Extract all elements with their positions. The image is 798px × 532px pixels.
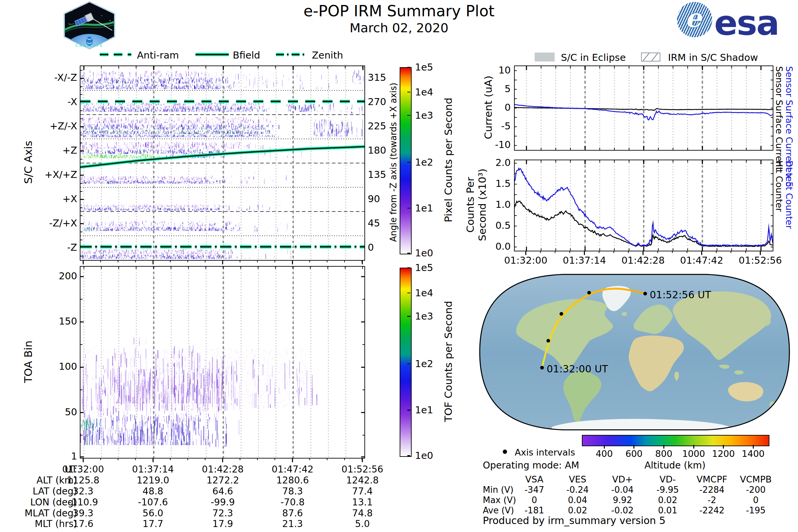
eph-cell-r4c3: 87.6 <box>263 508 323 518</box>
alt-tickmark-5 <box>753 445 754 449</box>
sensor-surface-current-label: Sensor Surface Current <box>774 66 784 171</box>
alt-tickmark-1 <box>633 445 634 449</box>
angle-tick-0: 315 <box>368 73 394 82</box>
cb-pixel-ticklabel-4: 1e1 <box>415 203 445 213</box>
angle-axis-label: Angle from -Z axis (towards +X axis) <box>388 83 398 242</box>
eph-cell-r5c3: 21.3 <box>263 519 323 529</box>
volt-cell-r0c5: -200 <box>733 485 779 495</box>
time-xtick-1: 01:37:14 <box>553 255 616 265</box>
eph-cell-r4c2: 72.3 <box>193 508 253 518</box>
eph-cell-r2c1: 48.8 <box>123 487 183 496</box>
current-plot-panel <box>514 65 773 151</box>
hit-counter-label: Hit Counter <box>774 160 784 212</box>
toa-ytick-2: 100 <box>33 361 77 372</box>
altitude-colorbar <box>582 435 770 446</box>
eph-cell-r3c3: -70.8 <box>263 497 323 507</box>
eph-cell-r4c0: 39.3 <box>53 508 113 518</box>
track-end-time-label: 01:52:56 UT <box>650 289 711 301</box>
eph-cell-r0c2: 01:42:28 <box>193 464 253 474</box>
time-xtick-4: 01:52:56 <box>729 255 792 265</box>
eph-cell-r1c4: 1242.8 <box>332 475 392 486</box>
alt-tickmark-0 <box>604 445 605 449</box>
cb-tof-tickmark-5 <box>407 455 410 456</box>
epop-irm-summary-figure: CASSIOPE e-POP IRM Summary Plot March 02… <box>0 0 798 532</box>
cb-pixel-ticklabel-3: 1e2 <box>415 157 445 167</box>
eph-cell-r2c2: 64.6 <box>193 487 253 496</box>
eph-cell-r0c3: 01:47:42 <box>263 464 323 474</box>
alt-tickmark-2 <box>663 445 664 449</box>
shadow-hatch-swatch-icon <box>641 53 660 61</box>
volt-cell-r0c3: -9.95 <box>644 485 691 495</box>
eph-cell-r5c1: 17.7 <box>123 519 183 529</box>
sc-axis-ylabel: S/C Axis <box>22 141 35 184</box>
tof-colorbar <box>400 268 412 457</box>
credit-line: Produced by irm_summary version 5 <box>483 515 665 526</box>
volt-colheader-3: VD- <box>644 474 691 484</box>
cb-tof-ticklabel-5: 1e0 <box>415 451 445 460</box>
band-label-5: +X <box>33 194 77 204</box>
toa-spectrogram-canvas <box>80 267 364 458</box>
cb-tof-ticklabel-1: 1e4 <box>415 288 445 298</box>
track-start-time-label: 01:32:00 UT <box>547 363 608 375</box>
pixel-colorbar-label: Pixel Counts per Second <box>442 97 454 222</box>
cb-pixel-ticklabel-0: 1e5 <box>415 62 445 72</box>
counts-ytick-0: 2.0 <box>483 158 511 168</box>
toa-ytick-3: 50 <box>33 407 77 417</box>
time-xtick-3: 01:47:42 <box>670 255 733 265</box>
eph-cell-r2c0: 32.3 <box>53 487 113 496</box>
cb-tof-ticklabel-0: 1e5 <box>415 263 445 273</box>
toa-bottom-ticks <box>80 458 364 463</box>
volt-cell-r2c2: -0.02 <box>599 506 646 515</box>
cb-pixel-ticklabel-1: 1e4 <box>415 87 445 97</box>
cb-pixel-ticklabel-2: 1e3 <box>415 110 445 120</box>
axis-intervals-label: Axis intervals <box>515 447 575 457</box>
band-label-1: -X <box>33 97 77 107</box>
eph-cell-r3c0: -110.9 <box>53 497 113 507</box>
attitude-overlay-lines <box>80 66 364 260</box>
eph-cell-r2c4: 77.4 <box>332 487 392 496</box>
detect-counter-label: Detect Counter <box>784 160 794 229</box>
volt-cell-r0c4: -2284 <box>689 485 735 495</box>
world-map-canvas <box>479 272 790 432</box>
current-ytick-3: -5 <box>483 121 511 131</box>
cb-pixel-tickmark-0 <box>407 67 410 68</box>
angle-tick-7: 0 <box>368 242 394 252</box>
cb-pixel-tickmark-2 <box>407 115 410 116</box>
cb-tof-tickmark-3 <box>407 363 410 364</box>
toa-ytick-0: 200 <box>33 271 77 281</box>
eph-cell-r0c0: 01:32:00 <box>53 464 113 474</box>
operating-mode-label: Operating mode: AM <box>483 460 579 471</box>
eph-cell-r5c0: 17.6 <box>53 519 113 529</box>
altitude-colorbar-label: Altitude (km) <box>615 460 735 471</box>
eph-cell-r5c4: 5.0 <box>332 519 392 529</box>
eclipse-fill-swatch <box>535 53 555 61</box>
band-label-7: -Z <box>33 242 77 252</box>
volt-cell-r1c3: 0.02 <box>644 495 691 505</box>
cb-tof-tickmark-4 <box>407 410 410 411</box>
band-label-6: -Z/+X <box>33 218 77 228</box>
volt-cell-r0c2: -0.04 <box>599 485 646 495</box>
band-label-4: +X/+Z <box>33 170 77 179</box>
legend-label-anti-ram: Anti-ram <box>137 50 179 61</box>
pixel-colorbar <box>400 67 412 254</box>
band-label-3: +Z <box>33 145 77 155</box>
toa-ytick-1: 150 <box>33 316 77 326</box>
axis-intervals-dot-icon <box>503 450 507 454</box>
volt-cell-r2c4: -2242 <box>689 506 735 515</box>
bfield-line-swatch-icon <box>195 51 229 58</box>
current-plot-canvas <box>515 66 773 150</box>
esa-globe-icon: e <box>677 2 712 37</box>
counts-ytick-4: 0.0 <box>483 241 511 251</box>
band-label-0: -X/-Z <box>33 73 77 82</box>
volt-colheader-4: VMCPF <box>689 474 735 484</box>
volt-cell-r1c1: 0.04 <box>554 495 601 505</box>
cassiope-label: CASSIOPE <box>75 43 104 48</box>
volt-cell-r2c5: -195 <box>733 506 779 515</box>
eph-cell-r5c2: 17.9 <box>193 519 253 529</box>
tof-colorbar-label: TOF Counts per Second <box>442 301 454 422</box>
volt-cell-r2c1: 0.02 <box>554 506 601 515</box>
current-ytick-1: 5 <box>483 84 511 94</box>
eph-cell-r1c0: 1125.8 <box>53 475 113 486</box>
sc-axis-spectrogram-panel <box>80 65 365 261</box>
volt-cell-r2c0: -181 <box>511 506 557 515</box>
